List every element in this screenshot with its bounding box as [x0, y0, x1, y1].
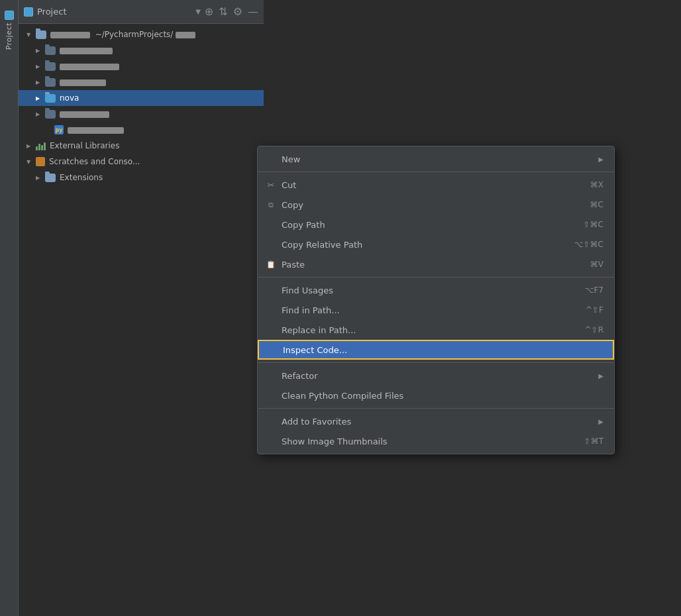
paste-icon: 📋: [266, 259, 276, 270]
copy-icon: ⧉: [266, 199, 276, 210]
expand-arrow[interactable]: [24, 30, 33, 39]
sidebar-tab-label: Project: [5, 23, 13, 55]
folder-icon: [36, 30, 46, 39]
menu-item-paste[interactable]: 📋 Paste ⌘V: [258, 254, 614, 274]
item-label: nova: [60, 93, 79, 103]
menu-label: Replace in Path...: [282, 325, 580, 335]
menu-item-refactor[interactable]: Refactor ▶: [258, 366, 614, 385]
menu-label: Find Usages: [282, 285, 580, 295]
menu-label: Copy: [282, 200, 585, 210]
menu-shortcut: ⇧⌘C: [584, 220, 603, 229]
submenu-arrow: ▶: [598, 418, 603, 425]
menu-icon-new: [266, 154, 276, 164]
menu-label: Clean Python Compiled Files: [282, 391, 603, 401]
menu-item-inspect-code[interactable]: Inspect Code...: [258, 340, 614, 360]
sidebar-tab[interactable]: Project: [0, 0, 19, 616]
folder-icon: [45, 62, 56, 71]
menu-item-copy[interactable]: ⧉ Copy ⌘C: [258, 195, 614, 215]
menu-item-copy-path[interactable]: Copy Path ⇧⌘C: [258, 215, 614, 234]
expand-arrow[interactable]: [33, 62, 42, 71]
menu-shortcut: ⌥F7: [585, 285, 603, 295]
scroll-button[interactable]: ⇅: [219, 7, 227, 17]
menu-shortcut: ⌥⇧⌘C: [574, 240, 603, 249]
expand-arrow[interactable]: [33, 46, 42, 55]
menu-icon-empty: [266, 416, 276, 427]
menu-icon-empty: [266, 390, 276, 401]
item-label: Scratches and Conso...: [49, 157, 140, 166]
item-label: [68, 125, 124, 134]
menu-icon-empty: [266, 285, 276, 295]
menu-icon-empty: [266, 436, 276, 446]
menu-item-add-to-favorites[interactable]: Add to Favorites ▶: [258, 411, 614, 431]
menu-shortcut: ^⇧R: [585, 325, 603, 334]
folder-icon: [45, 110, 56, 119]
item-label: External Libraries: [50, 141, 119, 150]
menu-label: Paste: [282, 260, 585, 270]
expand-arrow[interactable]: [24, 141, 33, 150]
menu-item-clean-python[interactable]: Clean Python Compiled Files: [258, 385, 614, 405]
menu-separator: [258, 172, 614, 172]
tree-item[interactable]: [19, 74, 264, 90]
menu-separator: [258, 408, 614, 409]
menu-separator: [258, 362, 614, 363]
panel-header: Project ▼ ⊕ ⇅ ⚙ —: [19, 0, 264, 24]
item-label: [60, 46, 113, 55]
menu-label: Cut: [282, 180, 585, 190]
folder-icon: [45, 174, 56, 182]
library-icon: [36, 141, 46, 150]
menu-label: Show Image Thumbnails: [282, 436, 579, 446]
menu-label: Find in Path...: [282, 305, 580, 315]
minimize-button[interactable]: —: [248, 7, 258, 17]
submenu-arrow: ▶: [598, 156, 603, 163]
tree-item[interactable]: ~/PycharmProjects/: [19, 26, 264, 42]
menu-shortcut: ^⇧F: [586, 305, 603, 315]
menu-label: Add to Favorites: [282, 417, 593, 427]
menu-item-find-usages[interactable]: Find Usages ⌥F7: [258, 280, 614, 300]
menu-label: New: [282, 154, 593, 164]
menu-item-replace-in-path[interactable]: Replace in Path... ^⇧R: [258, 320, 614, 340]
item-label: [60, 62, 119, 71]
menu-separator: [258, 277, 614, 278]
menu-shortcut: ⇧⌘T: [584, 436, 603, 446]
tree-item-nova[interactable]: nova: [19, 90, 264, 106]
menu-item-find-in-path[interactable]: Find in Path... ^⇧F: [258, 300, 614, 320]
expand-arrow[interactable]: [33, 77, 42, 87]
menu-shortcut: ⌘V: [590, 260, 603, 269]
menu-item-copy-relative-path[interactable]: Copy Relative Path ⌥⇧⌘C: [258, 234, 614, 254]
menu-item-show-image-thumbnails[interactable]: Show Image Thumbnails ⇧⌘T: [258, 431, 614, 451]
item-label: ~/PycharmProjects/: [50, 30, 195, 39]
menu-icon-empty: [267, 344, 278, 355]
tree-item[interactable]: [19, 58, 264, 74]
tree-item-extensions[interactable]: Extensions: [19, 170, 264, 185]
expand-arrow[interactable]: [33, 93, 42, 103]
expand-arrow[interactable]: [24, 157, 33, 166]
folder-icon: [45, 78, 56, 87]
menu-icon-empty: [266, 325, 276, 335]
menu-item-new[interactable]: New ▶: [258, 149, 614, 169]
expand-arrow[interactable]: [33, 109, 42, 119]
menu-icon-empty: [266, 239, 276, 250]
expand-arrow[interactable]: [33, 173, 42, 182]
tree-item[interactable]: [19, 42, 264, 58]
menu-icon-empty: [266, 219, 276, 230]
menu-icon-empty: [266, 305, 276, 315]
panel-arrow[interactable]: ▼: [195, 8, 201, 15]
cut-icon: ✂: [266, 180, 276, 190]
tree-item-external-libraries[interactable]: External Libraries: [19, 138, 264, 154]
python-file-icon: py: [54, 125, 64, 134]
item-label: Extensions: [60, 173, 103, 182]
settings-button[interactable]: ⚙: [233, 7, 242, 17]
menu-icon-empty: [266, 370, 276, 381]
menu-label: Refactor: [282, 371, 593, 381]
menu-label: Copy Path: [282, 220, 578, 230]
project-panel: Project ▼ ⊕ ⇅ ⚙ — ~/PycharmProjects/: [19, 0, 264, 616]
menu-item-cut[interactable]: ✂ Cut ⌘X: [258, 175, 614, 195]
tree-item[interactable]: [19, 106, 264, 122]
item-label: [60, 109, 109, 119]
add-button[interactable]: ⊕: [205, 7, 213, 17]
tree-item[interactable]: py: [19, 122, 264, 138]
item-label: [60, 77, 106, 87]
project-tab-icon: [5, 11, 14, 20]
tree-item-scratches[interactable]: Scratches and Conso...: [19, 154, 264, 170]
panel-icon: [24, 7, 33, 17]
